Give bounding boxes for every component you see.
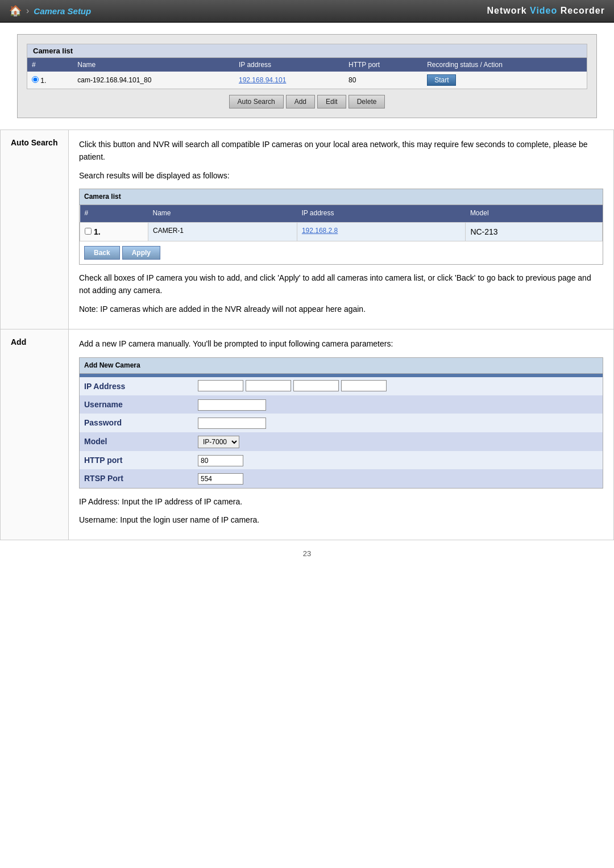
camera-list-table: # Name IP address HTTP port Recording st… [27, 58, 587, 89]
row-camera-name: cam-192.168.94.101_80 [73, 72, 234, 89]
ip-link[interactable]: 192.168.94.101 [239, 76, 286, 84]
field-label-rtsp-port: RTSP Port [80, 469, 193, 487]
http-port-input[interactable] [198, 455, 243, 466]
field-username: Username [80, 395, 603, 414]
field-value-username [193, 395, 603, 414]
ip-octet-1[interactable] [198, 380, 243, 391]
section-title: Camera Setup [34, 6, 91, 16]
ip-octet-4[interactable] [341, 380, 387, 391]
col-ip: IP address [234, 58, 344, 72]
auto-search-desc-4: Note: IP cameras which are added in the … [79, 303, 603, 315]
item-label-add: Add [1, 329, 69, 540]
inner-table-row: 1. CAMER-1 192.168.2.8 NC-213 [80, 222, 603, 241]
icol-num: # [80, 205, 148, 222]
field-value-http-port [193, 451, 603, 469]
nvr-header: 🏠 › Camera Setup Network Video Recorder [0, 0, 614, 23]
col-port: HTTP port [344, 58, 422, 72]
field-model: Model IP-7000 [80, 432, 603, 451]
add-row: Add Add a new IP camera manually. You'll… [1, 329, 614, 540]
field-password: Password [80, 414, 603, 432]
start-button[interactable]: Start [427, 74, 456, 86]
username-input[interactable] [198, 399, 266, 411]
field-label-password: Password [80, 414, 193, 432]
add-description: Add a new IP camera manually. You'll be … [69, 329, 614, 540]
add-desc-1: Add a new IP camera manually. You'll be … [79, 337, 603, 350]
auto-search-desc-1: Click this button and NVR will search al… [79, 138, 603, 164]
inner-row-name: CAMER-1 [148, 222, 297, 241]
field-label-model: Model [80, 432, 193, 451]
ip-fields [198, 380, 598, 391]
col-num: # [27, 58, 73, 72]
page-number: 23 [0, 549, 614, 558]
camera-list-title: Camera list [27, 44, 587, 58]
row-ip: 192.168.94.101 [234, 72, 344, 89]
field-label-http-port: HTTP port [80, 451, 193, 469]
home-icon[interactable]: 🏠 [9, 5, 22, 17]
add-new-camera-form: Add New Camera IP Address [79, 357, 603, 489]
inner-row-ip: 192.168.2.8 [297, 222, 466, 241]
field-label-username: Username [80, 395, 193, 414]
field-value-ip [193, 377, 603, 395]
inner-ip-link[interactable]: 192.168.2.8 [302, 227, 338, 235]
auto-search-button[interactable]: Auto Search [229, 95, 284, 108]
add-desc-ip: IP Address: Input the IP address of IP c… [79, 495, 603, 508]
auto-search-row: Auto Search Click this button and NVR wi… [1, 130, 614, 329]
field-label-ip: IP Address [80, 377, 193, 395]
model-select[interactable]: IP-7000 [198, 436, 239, 448]
icol-ip: IP address [297, 205, 466, 222]
row-radio[interactable] [32, 76, 39, 83]
action-bar: Auto Search Add Edit Delete [27, 95, 587, 108]
apply-button[interactable]: Apply [122, 246, 160, 260]
add-desc-username: Username: Input the login user name of I… [79, 514, 603, 526]
field-ip-address: IP Address [80, 377, 603, 395]
field-value-password [193, 414, 603, 432]
icol-model: Model [466, 205, 603, 222]
inner-button-bar: Back Apply [84, 246, 598, 260]
field-value-rtsp-port [193, 469, 603, 487]
ip-octet-3[interactable] [293, 380, 339, 391]
delete-button[interactable]: Delete [349, 95, 385, 108]
field-http-port: HTTP port [80, 451, 603, 469]
inner-camera-list: Camera list # Name IP address Model [79, 189, 603, 265]
col-action: Recording status / Action [422, 58, 587, 72]
item-label-auto-search: Auto Search [1, 130, 69, 329]
main-content-table: Auto Search Click this button and NVR wi… [0, 130, 614, 540]
row-num: 1. [27, 72, 73, 89]
icol-name: Name [148, 205, 297, 222]
inner-row-model: NC-213 [466, 222, 603, 241]
camera-list-box: Camera list # Name IP address HTTP port … [27, 44, 587, 89]
inner-camera-list-title: Camera list [80, 189, 603, 205]
breadcrumb-chevron: › [26, 6, 29, 16]
brand-name: Network Video Recorder [487, 6, 605, 16]
auto-search-desc-3: Check all boxes of IP camera you wish to… [79, 272, 603, 297]
inner-camera-table: # Name IP address Model 1. [80, 205, 603, 241]
inner-row-check[interactable]: 1. [80, 222, 148, 241]
add-camera-table: IP Address [80, 377, 603, 488]
row-checkbox[interactable] [85, 228, 92, 235]
edit-button[interactable]: Edit [317, 95, 346, 108]
camera-setup-panel: Camera list # Name IP address HTTP port … [17, 34, 597, 118]
add-button[interactable]: Add [286, 95, 315, 108]
rtsp-port-input[interactable] [198, 473, 243, 485]
add-new-camera-title: Add New Camera [80, 358, 603, 374]
row-action: Start [422, 72, 587, 89]
table-row: 1. cam-192.168.94.101_80 192.168.94.101 … [27, 72, 587, 89]
col-name: Name [73, 58, 234, 72]
field-rtsp-port: RTSP Port [80, 469, 603, 487]
row-port: 80 [344, 72, 422, 89]
field-value-model: IP-7000 [193, 432, 603, 451]
auto-search-description: Click this button and NVR will search al… [69, 130, 614, 329]
back-button[interactable]: Back [84, 246, 120, 260]
ip-octet-2[interactable] [246, 380, 291, 391]
auto-search-desc-2: Search results will be displayed as foll… [79, 169, 603, 182]
password-input[interactable] [198, 418, 266, 429]
